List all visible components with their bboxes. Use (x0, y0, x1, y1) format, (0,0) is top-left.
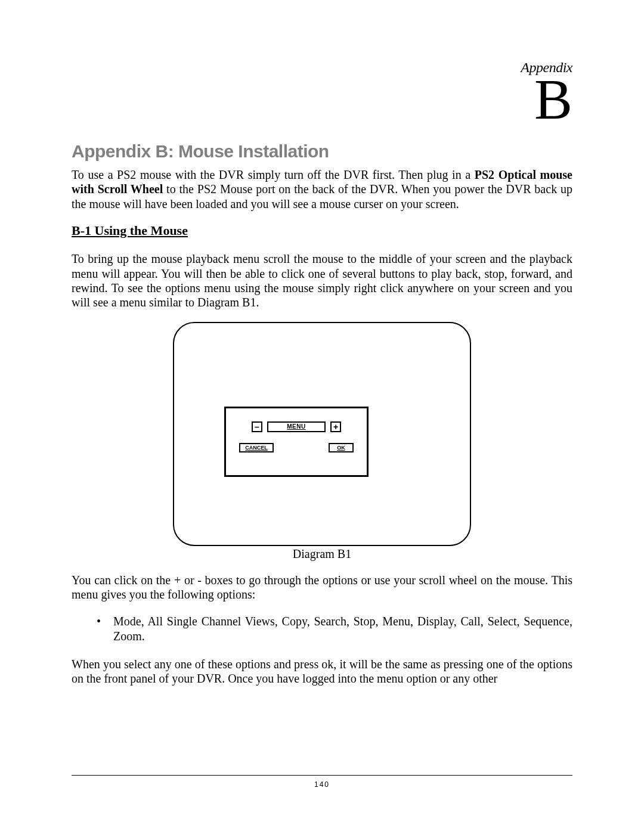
bullet-list: • Mode, All Single Channel Views, Copy, … (72, 614, 572, 644)
list-item: • Mode, All Single Channel Views, Copy, … (97, 614, 572, 644)
section-paragraph-1: To bring up the mouse playback menu scro… (72, 252, 572, 310)
intro-paragraph: To use a PS2 mouse with the DVR simply t… (72, 168, 572, 211)
menu-top-row: – MENU + (237, 421, 356, 432)
diagram-b1: – MENU + CANCEL OK Diagram B1 (173, 322, 471, 561)
after-paragraph-1: You can click on the + or - boxes to go … (72, 573, 572, 602)
page-footer: 140 (72, 775, 572, 789)
intro-text-1: To use a PS2 mouse with the DVR simply t… (72, 168, 475, 181)
page-number: 140 (72, 780, 572, 789)
screen-outline: – MENU + CANCEL OK (173, 322, 471, 546)
minus-button[interactable]: – (252, 421, 262, 432)
bullet-text: Mode, All Single Channel Views, Copy, Se… (113, 614, 572, 644)
plus-button[interactable]: + (330, 421, 341, 432)
ok-button[interactable]: OK (329, 443, 354, 452)
bullet-dot-icon: • (97, 614, 113, 644)
diagram-caption: Diagram B1 (173, 547, 471, 561)
menu-box: – MENU + CANCEL OK (224, 407, 369, 477)
cancel-button[interactable]: CANCEL (239, 443, 274, 452)
menu-bottom-row: CANCEL OK (237, 443, 356, 452)
page-title: Appendix B: Mouse Installation (72, 141, 572, 162)
appendix-letter: B (72, 71, 572, 128)
menu-button[interactable]: MENU (267, 421, 326, 432)
footer-rule (72, 775, 572, 776)
section-heading: B-1 Using the Mouse (72, 223, 572, 238)
after-paragraph-2: When you select any one of these options… (72, 657, 572, 686)
